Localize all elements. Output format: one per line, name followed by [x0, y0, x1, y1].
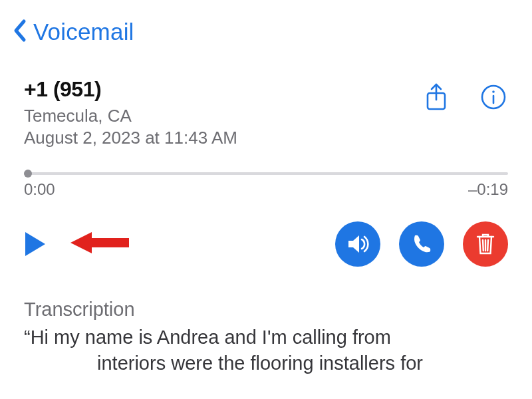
- transcription-section: Transcription “Hi my name is Andrea and …: [0, 267, 532, 376]
- transcription-heading: Transcription: [24, 299, 508, 321]
- caller-number: +1 (951): [24, 77, 422, 102]
- svg-line-11: [487, 240, 488, 251]
- playback-scrubber: 0:00 –0:19: [0, 148, 532, 199]
- scrubber-times: 0:00 –0:19: [24, 180, 508, 199]
- svg-marker-7: [348, 235, 359, 253]
- info-icon[interactable]: [479, 82, 508, 112]
- elapsed-time: 0:00: [24, 180, 55, 199]
- voicemail-detail-header: +1 (951) Temecula, CA August 2, 2023 at …: [0, 57, 532, 148]
- speaker-button[interactable]: [335, 221, 380, 267]
- transcription-line-2: interiors were the flooring installers f…: [24, 350, 508, 376]
- scrubber-thumb[interactable]: [24, 170, 32, 178]
- share-icon[interactable]: [422, 82, 451, 112]
- caller-timestamp: August 2, 2023 at 11:43 AM: [24, 128, 422, 148]
- svg-point-3: [492, 90, 495, 93]
- play-button[interactable]: [24, 230, 52, 258]
- header-actions: [422, 77, 508, 112]
- transcription-line-1: “Hi my name is Andrea and I'm calling fr…: [24, 327, 391, 348]
- delete-button[interactable]: [463, 221, 508, 267]
- scrubber-track[interactable]: [24, 172, 508, 175]
- back-chevron-icon[interactable]: [12, 19, 27, 45]
- caller-location: Temecula, CA: [24, 106, 422, 126]
- svg-line-9: [483, 240, 483, 251]
- red-arrow-icon: [69, 229, 130, 259]
- svg-marker-6: [70, 232, 129, 253]
- svg-marker-5: [25, 232, 45, 256]
- nav-bar: Voicemail: [0, 0, 532, 57]
- playback-controls: [0, 199, 532, 267]
- transcription-text: “Hi my name is Andrea and I'm calling fr…: [24, 325, 508, 376]
- remaining-time: –0:19: [468, 180, 508, 199]
- caller-info: +1 (951) Temecula, CA August 2, 2023 at …: [24, 77, 422, 148]
- nav-back-label[interactable]: Voicemail: [33, 19, 134, 45]
- call-back-button[interactable]: [399, 221, 444, 267]
